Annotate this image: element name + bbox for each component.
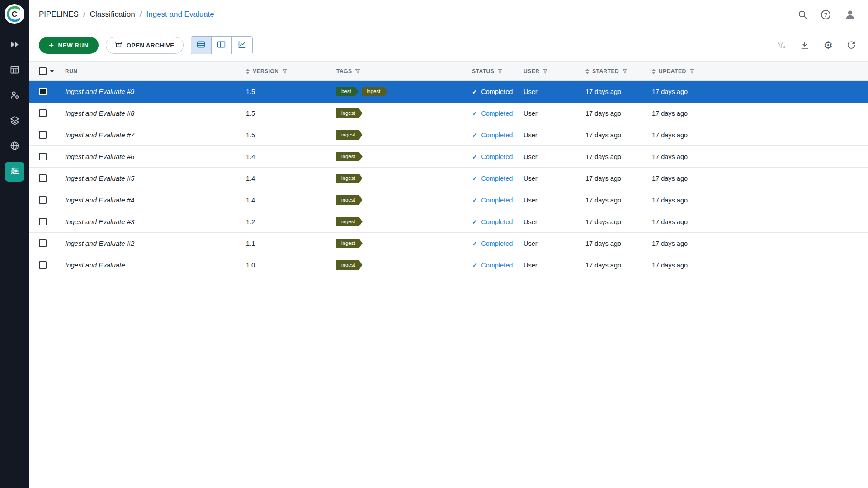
- globe-icon: [9, 141, 20, 153]
- open-archive-button[interactable]: OPEN ARCHIVE: [106, 37, 184, 54]
- filter-icon[interactable]: [542, 69, 548, 74]
- clear-filters-icon[interactable]: [776, 40, 786, 50]
- user-avatar-icon[interactable]: [844, 9, 856, 21]
- sidebar-item-projects[interactable]: [5, 35, 24, 55]
- filter-icon[interactable]: [282, 69, 288, 74]
- row-checkbox[interactable]: [39, 239, 47, 247]
- metrics-view-button[interactable]: [232, 37, 252, 54]
- column-label: STATUS: [472, 68, 494, 75]
- breadcrumb-project[interactable]: Classification: [90, 10, 135, 19]
- run-version: 1.5: [246, 88, 336, 95]
- column-header-started[interactable]: STARTED: [585, 68, 652, 75]
- run-name-link[interactable]: Ingest and Evaluate #2: [65, 239, 134, 247]
- run-name-link[interactable]: Ingest and Evaluate #5: [65, 174, 134, 182]
- column-header-version[interactable]: VERSION: [246, 68, 336, 75]
- run-started: 17 days ago: [585, 175, 652, 182]
- run-version: 1.4: [246, 175, 336, 182]
- table-row[interactable]: Ingest and Evaluate #4 1.4 ingest ✓ Comp…: [29, 189, 868, 211]
- column-header-status[interactable]: STATUS: [472, 68, 524, 75]
- run-started: 17 days ago: [585, 131, 652, 139]
- column-header-run[interactable]: RUN: [65, 68, 246, 75]
- table-row[interactable]: Ingest and Evaluate #8 1.5 ingest ✓ Comp…: [29, 103, 868, 124]
- run-user: User: [524, 197, 585, 204]
- sort-icon[interactable]: [652, 69, 656, 74]
- help-icon[interactable]: ?: [821, 10, 830, 19]
- toolbar-left: + NEW RUN OPEN ARCHIVE: [39, 36, 253, 54]
- new-run-button[interactable]: + NEW RUN: [39, 37, 99, 54]
- run-name-link[interactable]: Ingest and Evaluate #4: [65, 196, 134, 204]
- table-view-icon: [196, 40, 206, 51]
- column-label: TAGS: [336, 68, 352, 75]
- table-row[interactable]: Ingest and Evaluate #3 1.2 ingest ✓ Comp…: [29, 211, 868, 233]
- row-checkbox[interactable]: [39, 153, 47, 160]
- auto-refresh-icon[interactable]: [846, 40, 856, 50]
- row-checkbox[interactable]: [39, 109, 47, 117]
- breadcrumb-current: Ingest and Evaluate: [146, 10, 214, 19]
- download-icon[interactable]: [800, 40, 810, 50]
- status-label: Completed: [481, 131, 513, 139]
- status-label: Completed: [481, 88, 513, 95]
- run-name-link[interactable]: Ingest and Evaluate #9: [65, 88, 134, 95]
- run-cell: Ingest and Evaluate #5: [65, 174, 246, 182]
- archive-icon: [115, 41, 123, 50]
- run-status: ✓ Completed: [472, 218, 524, 225]
- table-view-button[interactable]: [191, 37, 212, 54]
- tag-badge: ingest: [336, 152, 363, 162]
- sidebar-item-datasets[interactable]: [5, 61, 24, 80]
- column-header-user[interactable]: USER: [524, 68, 585, 75]
- run-name-link[interactable]: Ingest and Evaluate #6: [65, 153, 134, 160]
- run-version: 1.5: [246, 110, 336, 117]
- run-cell: Ingest and Evaluate #4: [65, 196, 246, 204]
- run-updated: 17 days ago: [652, 153, 868, 160]
- sort-icon[interactable]: [585, 69, 589, 74]
- table-row[interactable]: Ingest and Evaluate #9 1.5 bestingest ✓ …: [29, 81, 868, 103]
- filter-icon[interactable]: [355, 69, 360, 74]
- select-all-checkbox[interactable]: [39, 67, 47, 75]
- sidebar-item-models[interactable]: [5, 111, 24, 131]
- column-header-tags[interactable]: TAGS: [336, 68, 472, 75]
- breadcrumb-separator: /: [140, 10, 142, 19]
- split-view-button[interactable]: [212, 37, 232, 54]
- filter-icon[interactable]: [497, 69, 503, 74]
- table-row[interactable]: Ingest and Evaluate #2 1.1 ingest ✓ Comp…: [29, 233, 868, 254]
- select-all-caret-icon[interactable]: [50, 70, 54, 73]
- sidebar-item-workers[interactable]: [5, 86, 24, 106]
- row-checkbox[interactable]: [39, 174, 47, 182]
- run-name-link[interactable]: Ingest and Evaluate: [65, 261, 125, 269]
- breadcrumb-pipelines[interactable]: PIPELINES: [39, 10, 79, 19]
- breadcrumb-separator: /: [83, 10, 85, 19]
- column-header-updated[interactable]: UPDATED: [652, 68, 868, 75]
- filter-icon[interactable]: [622, 69, 627, 74]
- row-checkbox[interactable]: [39, 196, 47, 204]
- gear-glyph: ⚙: [823, 40, 833, 51]
- status-label: Completed: [481, 175, 513, 182]
- row-checkbox[interactable]: [39, 261, 47, 269]
- clearml-logo[interactable]: C: [4, 4, 25, 24]
- tag-badge: ingest: [336, 130, 363, 140]
- filter-icon[interactable]: [689, 69, 695, 74]
- select-all-cell: [29, 67, 65, 75]
- run-version: 1.1: [246, 240, 336, 247]
- sort-icon[interactable]: [246, 69, 250, 74]
- sidebar-item-reports[interactable]: [5, 136, 24, 156]
- table-row[interactable]: Ingest and Evaluate #7 1.5 ingest ✓ Comp…: [29, 124, 868, 146]
- run-cell: Ingest and Evaluate #3: [65, 218, 246, 225]
- run-status: ✓ Completed: [472, 110, 524, 117]
- run-name-link[interactable]: Ingest and Evaluate #3: [65, 218, 134, 225]
- settings-icon[interactable]: ⚙: [823, 40, 833, 51]
- breadcrumb: PIPELINES / Classification / Ingest and …: [39, 10, 214, 19]
- run-name-link[interactable]: Ingest and Evaluate #7: [65, 131, 134, 139]
- tag-list: ingest: [336, 195, 472, 205]
- row-checkbox[interactable]: [39, 131, 47, 139]
- row-checkbox-cell: [29, 131, 65, 139]
- table-row[interactable]: Ingest and Evaluate 1.0 ingest ✓ Complet…: [29, 254, 868, 276]
- row-checkbox[interactable]: [39, 88, 47, 95]
- search-icon[interactable]: [798, 10, 807, 19]
- table-row[interactable]: Ingest and Evaluate #5 1.4 ingest ✓ Comp…: [29, 168, 868, 189]
- run-version: 1.2: [246, 218, 336, 225]
- row-checkbox[interactable]: [39, 218, 47, 225]
- run-name-link[interactable]: Ingest and Evaluate #8: [65, 109, 134, 117]
- table-row[interactable]: Ingest and Evaluate #6 1.4 ingest ✓ Comp…: [29, 146, 868, 168]
- sidebar-item-pipelines[interactable]: [5, 162, 24, 182]
- run-started: 17 days ago: [585, 240, 652, 247]
